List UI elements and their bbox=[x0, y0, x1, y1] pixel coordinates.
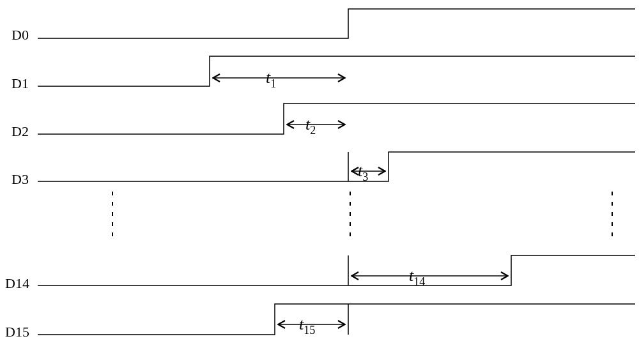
measure-label-t2: t2 bbox=[305, 115, 316, 137]
waveform-d3 bbox=[38, 152, 635, 181]
waveform-d15 bbox=[38, 304, 635, 335]
measure-label-t14: t14 bbox=[409, 266, 425, 288]
measure-label-t3: t3 bbox=[358, 162, 368, 183]
signal-label-d14: D14 bbox=[5, 275, 29, 291]
waveform-d1 bbox=[38, 56, 635, 86]
measure-label-t15: t15 bbox=[299, 315, 315, 337]
waveform-d0 bbox=[38, 9, 635, 38]
measure-label-t1: t1 bbox=[266, 68, 276, 90]
signal-label-d2: D2 bbox=[12, 123, 29, 139]
signal-label-d3: D3 bbox=[12, 171, 29, 187]
signal-label-d15: D15 bbox=[5, 324, 29, 340]
waveform-d14 bbox=[38, 255, 635, 285]
waveform-d2 bbox=[38, 103, 635, 134]
signal-label-d1: D1 bbox=[12, 75, 29, 91]
signal-label-d0: D0 bbox=[12, 27, 29, 43]
